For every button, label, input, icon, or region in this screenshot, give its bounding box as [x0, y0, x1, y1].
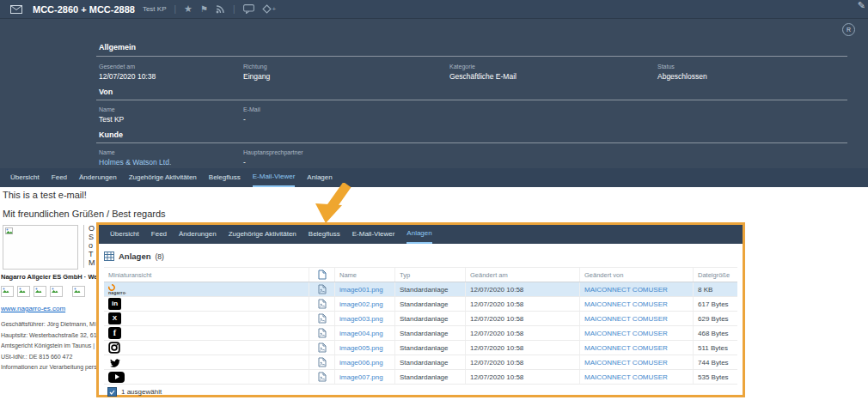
overlay-tab-email-viewer[interactable]: E-Mail-Viewer [352, 225, 395, 244]
nagarro-logo: nagarro· [108, 284, 127, 295]
attachment-changed-by-link[interactable]: MAICONNECT COMUSER [580, 297, 694, 311]
overlay-tab-zugehoerige-aktivitaeten[interactable]: Zugehörige Aktivitäten [229, 225, 296, 244]
tab-aenderungen[interactable]: Änderungen [79, 168, 117, 187]
table-grid-icon [104, 252, 114, 261]
attachment-changed-at: 12/07/2020 10:58 [466, 282, 580, 296]
attachment-changed-at: 12/07/2020 10:58 [466, 297, 580, 311]
attachment-typ: Standardanlage [395, 370, 466, 384]
selected-checkbox[interactable] [107, 387, 117, 397]
col-miniaturansicht[interactable]: Miniaturansicht [104, 268, 309, 282]
attachment-changed-at: 12/07/2020 10:58 [466, 370, 580, 384]
adapt-circle-icon[interactable] [842, 23, 855, 36]
col-dateigroesse[interactable]: Dateigröße [694, 268, 737, 282]
divider [96, 56, 847, 57]
thumbnail-cell: in [104, 297, 309, 311]
attachment-changed-by-link[interactable]: MAICONNECT COMUSER [580, 282, 694, 296]
top-header-bar: MCC-2860 + MCC-2888 Test KP | ★ ⚑ | + ✎ [0, 0, 868, 19]
thumbnail-cell [104, 355, 309, 369]
field-label: Status [657, 64, 675, 70]
attachments-panel-body: Anlagen (8) Miniaturansicht Name Typ Geä… [99, 244, 743, 399]
attachment-name-link[interactable]: image007.png [335, 370, 395, 384]
company-website-link[interactable]: www.nagarro-es.com [1, 305, 96, 312]
attachment-size: 744 Bytes [694, 355, 737, 369]
xing-icon: X [108, 312, 121, 324]
follow-rss-icon[interactable] [216, 4, 225, 14]
broken-image-icon [5, 227, 13, 234]
col-geaendert-am[interactable]: Geändert am [466, 268, 580, 282]
file-type-cell [309, 326, 335, 340]
document-icon [318, 270, 327, 280]
file-type-cell [309, 297, 335, 311]
overlay-tab-uebersicht[interactable]: Übersicht [110, 225, 139, 244]
youtube-icon [108, 372, 125, 383]
company-name: Nagarro Allgeier ES GmbH · Weste [1, 273, 96, 281]
email-body-regards: Mit freundlichen Grüßen / Best regards [3, 209, 166, 219]
table-row[interactable]: nagarro· image001.png Standardanlage 12/… [104, 282, 737, 297]
attachment-changed-by-link[interactable]: MAICONNECT COMUSER [580, 326, 694, 340]
app-window: MCC-2860 + MCC-2888 Test KP | ★ ⚑ | + ✎ … [0, 0, 868, 400]
attachment-name-link[interactable]: image002.png [335, 297, 395, 311]
overlay-tab-feed[interactable]: Feed [151, 225, 167, 244]
image-file-icon [318, 357, 327, 367]
table-row[interactable]: image006.png Standardanlage 12/07/2020 1… [104, 355, 737, 370]
attachment-changed-by-link[interactable]: MAICONNECT COMUSER [580, 312, 694, 325]
attachment-changed-by-link[interactable]: MAICONNECT COMUSER [580, 370, 694, 384]
attachment-typ: Standardanlage [395, 297, 466, 311]
col-name[interactable]: Name [335, 268, 395, 282]
attachments-overlay-panel: Übersicht Feed Änderungen Zugehörige Akt… [96, 222, 745, 397]
attachment-size: 629 Bytes [694, 312, 737, 325]
tab-feed[interactable]: Feed [52, 168, 67, 187]
tab-zugehoerige-aktivitaeten[interactable]: Zugehörige Aktivitäten [129, 168, 197, 187]
field-label: Richtung [243, 64, 267, 70]
attachment-name-link[interactable]: image001.png [335, 282, 395, 296]
attachment-typ: Standardanlage [395, 355, 466, 369]
tab-belegfluss[interactable]: Belegfluss [209, 168, 241, 187]
overlay-tab-anlagen[interactable]: Anlagen [406, 225, 431, 244]
tab-email-viewer[interactable]: E-Mail-Viewer [253, 168, 296, 187]
col-typ[interactable]: Typ [395, 268, 466, 282]
main-tab-bar: Übersicht Feed Änderungen Zugehörige Akt… [0, 168, 868, 187]
overlay-tab-belegfluss[interactable]: Belegfluss [309, 225, 340, 244]
overlay-tab-aenderungen[interactable]: Änderungen [179, 225, 217, 244]
attachment-changed-at: 12/07/2020 10:58 [466, 312, 580, 325]
broken-image-placeholder [50, 286, 63, 297]
broken-image-placeholder [1, 286, 14, 297]
edit-pencil-icon[interactable]: ✎ [858, 0, 865, 11]
field-label: E-Mail [243, 106, 260, 112]
attachment-name-link[interactable]: image005.png [335, 341, 395, 355]
attachment-changed-at: 12/07/2020 10:58 [466, 326, 580, 340]
table-row[interactable]: in image002.png Standardanlage 12/07/202… [104, 297, 737, 312]
overlay-tab-bar: Übersicht Feed Änderungen Zugehörige Akt… [99, 225, 743, 244]
file-type-cell [309, 370, 335, 384]
tab-uebersicht[interactable]: Übersicht [10, 168, 40, 187]
chat-bubble-icon[interactable] [243, 4, 254, 14]
tag-add-icon[interactable]: + [262, 4, 277, 14]
col-file-type[interactable] [309, 268, 335, 282]
attachment-typ: Standardanlage [395, 326, 466, 340]
separator: | [174, 4, 176, 14]
attachment-changed-by-link[interactable]: MAICONNECT COMUSER [580, 355, 694, 369]
broken-image-placeholder [3, 225, 78, 270]
attachment-size: 8 KB [694, 282, 737, 296]
legal-info-line: Amtsgericht Königstein im Taunus | [1, 341, 96, 352]
attachment-changed-by-link[interactable]: MAICONNECT COMUSER [580, 341, 694, 355]
selected-count-text: 1 ausgewählt [121, 388, 162, 396]
field-label: Hauptansprechpartner [243, 149, 303, 155]
social-placeholder-row [1, 286, 96, 297]
attachment-size: 468 Bytes [694, 326, 737, 340]
attachment-name-link[interactable]: image003.png [335, 312, 395, 325]
attachment-name-link[interactable]: image006.png [335, 355, 395, 369]
table-row[interactable]: X image003.png Standardanlage 12/07/2020… [104, 312, 737, 326]
favorite-star-icon[interactable]: ★ [184, 4, 193, 14]
attachment-name-link[interactable]: image004.png [335, 326, 395, 340]
image-file-icon [318, 328, 327, 338]
col-geaendert-von[interactable]: Geändert von [580, 268, 694, 282]
flag-icon[interactable]: ⚑ [200, 5, 208, 14]
table-header-row: Miniaturansicht Name Typ Geändert am Geä… [104, 267, 737, 282]
table-row[interactable]: f image004.png Standardanlage 12/07/2020… [104, 326, 737, 341]
table-row[interactable]: image005.png Standardanlage 12/07/2020 1… [104, 341, 737, 355]
selection-footer: 1 ausgewählt [104, 385, 737, 399]
table-row[interactable]: image007.png Standardanlage 12/07/2020 1… [104, 370, 737, 385]
thumbnail-cell [104, 370, 309, 384]
kunde-name-link[interactable]: Holmes & Watson Ltd. [99, 158, 171, 167]
